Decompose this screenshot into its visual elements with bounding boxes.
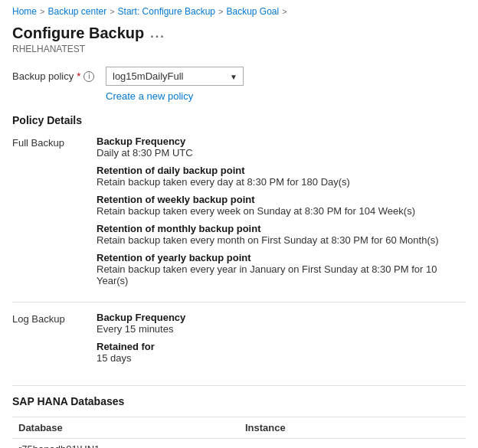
policy-divider xyxy=(12,302,466,302)
table-body: r75hanadb01\HN1 NW1 r75hanadb01\HN1 xyxy=(12,439,466,449)
info-icon[interactable]: i xyxy=(83,71,94,82)
breadcrumb-home[interactable]: Home xyxy=(12,6,37,17)
retention-daily-title: Retention of daily backup point xyxy=(97,165,466,176)
log-backup-row: Log Backup Backup Frequency Every 15 min… xyxy=(12,312,466,370)
breadcrumb-backup-goal[interactable]: Backup Goal xyxy=(226,6,279,17)
retained-for-value: 15 days xyxy=(97,352,466,364)
retention-yearly-title: Retention of yearly backup point xyxy=(97,252,466,263)
breadcrumb-sep-4: > xyxy=(282,7,286,16)
log-backup-details: Backup Frequency Every 15 minutes Retain… xyxy=(97,312,466,370)
backup-policy-select-wrapper: log15mDailyFull ▼ xyxy=(106,67,244,86)
retention-daily-value: Retain backup taken every day at 8:30 PM… xyxy=(97,176,466,188)
retention-daily-block: Retention of daily backup point Retain b… xyxy=(97,165,466,188)
retention-weekly-title: Retention of weekly backup point xyxy=(97,194,466,205)
retention-yearly-block: Retention of yearly backup point Retain … xyxy=(97,252,466,286)
breadcrumb-sep-2: > xyxy=(110,7,114,16)
retention-monthly-title: Retention of monthly backup point xyxy=(97,223,466,234)
policy-details-title: Policy Details xyxy=(12,114,466,126)
backup-frequency-full-title: Backup Frequency xyxy=(97,136,466,147)
retained-for-block: Retained for 15 days xyxy=(97,341,466,364)
backup-policy-select[interactable]: log15mDailyFull xyxy=(106,67,244,86)
page-title-container: Configure Backup ... xyxy=(12,25,466,42)
backup-frequency-full-block: Backup Frequency Daily at 8:30 PM UTC xyxy=(97,136,466,159)
page-title: Configure Backup xyxy=(12,25,144,42)
backup-frequency-log-value: Every 15 minutes xyxy=(97,323,466,335)
full-backup-label: Full Backup xyxy=(12,136,97,293)
sap-hana-title: SAP HANA Databases xyxy=(12,395,466,407)
sap-hana-section: SAP HANA Databases Database Instance r75… xyxy=(12,395,466,448)
table-header: Database Instance xyxy=(12,417,466,439)
page-header: Configure Backup ... RHELHANATEST xyxy=(0,21,478,60)
backup-policy-row: Backup policy * i log15mDailyFull ▼ xyxy=(12,67,466,86)
page-options-button[interactable]: ... xyxy=(150,27,165,41)
content-area: Backup policy * i log15mDailyFull ▼ Crea… xyxy=(0,60,478,448)
col-database: Database xyxy=(12,417,239,439)
breadcrumb-sep-3: > xyxy=(218,7,223,16)
full-backup-details: Backup Frequency Daily at 8:30 PM UTC Re… xyxy=(97,136,466,293)
db-row1-instance xyxy=(239,439,466,449)
table-row: r75hanadb01\HN1 xyxy=(12,439,466,449)
backup-policy-label-text: Backup policy xyxy=(12,70,74,82)
db-row1-database: r75hanadb01\HN1 xyxy=(12,439,239,449)
retention-monthly-block: Retention of monthly backup point Retain… xyxy=(97,223,466,246)
breadcrumb: Home > Backup center > Start: Configure … xyxy=(0,0,478,21)
required-indicator: * xyxy=(77,70,80,82)
backup-frequency-log-title: Backup Frequency xyxy=(97,312,466,323)
breadcrumb-configure-backup[interactable]: Start: Configure Backup xyxy=(118,6,215,17)
databases-table: Database Instance r75hanadb01\HN1 NW1 r7… xyxy=(12,417,466,448)
full-backup-row: Full Backup Backup Frequency Daily at 8:… xyxy=(12,136,466,293)
retention-weekly-block: Retention of weekly backup point Retain … xyxy=(97,194,466,217)
retained-for-title: Retained for xyxy=(97,341,466,352)
policy-details-section: Policy Details Full Backup Backup Freque… xyxy=(12,114,466,370)
retention-weekly-value: Retain backup taken every week on Sunday… xyxy=(97,205,466,217)
retention-monthly-value: Retain backup taken every month on First… xyxy=(97,234,466,246)
backup-policy-label: Backup policy * i xyxy=(12,70,97,82)
breadcrumb-sep-1: > xyxy=(40,7,44,16)
retention-yearly-value: Retain backup taken every year in Januar… xyxy=(97,263,466,286)
page-subtitle: RHELHANATEST xyxy=(12,44,466,54)
backup-frequency-log-block: Backup Frequency Every 15 minutes xyxy=(97,312,466,335)
breadcrumb-backup-center[interactable]: Backup center xyxy=(47,6,106,17)
log-backup-label: Log Backup xyxy=(12,312,97,370)
create-policy-link[interactable]: Create a new policy xyxy=(106,90,466,102)
backup-frequency-full-value: Daily at 8:30 PM UTC xyxy=(97,147,466,159)
section-divider xyxy=(12,385,466,386)
col-instance: Instance xyxy=(239,417,466,439)
